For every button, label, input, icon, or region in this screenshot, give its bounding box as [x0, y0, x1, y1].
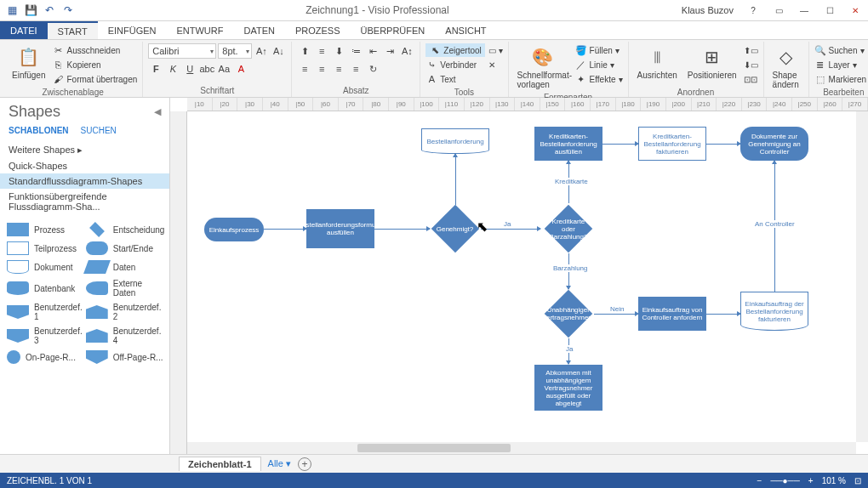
change-shape-button[interactable]: ◇Shape ändern: [769, 43, 803, 91]
stencil-terminator[interactable]: Start/Ende: [86, 241, 165, 255]
node-ccfill[interactable]: Kreditkarten-Bestellanforderung ausfülle…: [534, 127, 602, 161]
stencil-process[interactable]: Prozess: [7, 223, 83, 236]
send-back-icon[interactable]: ⬇▭: [744, 58, 758, 71]
line-button[interactable]: ／Linie ▾: [575, 58, 623, 71]
align-middle-icon[interactable]: ≡: [314, 43, 329, 59]
page-tab-1[interactable]: Zeichenblatt-1: [179, 457, 261, 471]
search-tab[interactable]: SUCHEN: [81, 126, 117, 135]
align-button[interactable]: ⫴Ausrichten: [634, 43, 681, 82]
bullets-icon[interactable]: ≔: [348, 43, 363, 59]
more-shapes-item[interactable]: Weitere Shapes ▸: [0, 142, 169, 158]
delete-connector-icon[interactable]: ✕: [488, 58, 503, 71]
stencil-custom4[interactable]: Benutzerdef. 4: [86, 326, 165, 345]
node-agreement[interactable]: Abkommen mit unabhängigem Vertragsnehmer…: [534, 365, 602, 411]
standard-flowchart-item[interactable]: Standardflussdiagramm-Shapes: [0, 173, 169, 189]
node-ccinvoice[interactable]: Kreditkarten-Bestellanforderung fakturie…: [638, 127, 706, 161]
rectangle-tool-icon[interactable]: ▭ ▾: [488, 43, 503, 57]
redo-icon[interactable]: ↷: [61, 3, 75, 17]
tab-start[interactable]: START: [48, 21, 98, 39]
italic-button[interactable]: K: [165, 61, 180, 77]
rotate-icon[interactable]: ↻: [365, 61, 380, 77]
node-reqctrl[interactable]: Einkaufsauftrag von Controller anfordern: [638, 297, 706, 331]
vertical-scrollbar[interactable]: [856, 111, 868, 442]
tab-view[interactable]: ANSICHT: [435, 21, 496, 39]
stencil-data[interactable]: Daten: [86, 260, 165, 274]
node-indep[interactable]: Unabhängiger Vertragsnehmer?: [545, 290, 593, 338]
maximize-icon[interactable]: ☐: [817, 0, 842, 21]
minimize-icon[interactable]: —: [791, 0, 817, 21]
stencil-database[interactable]: Datenbank: [7, 279, 83, 298]
node-cardorcash[interactable]: Kreditkarte oder Barzahlung?: [545, 205, 593, 253]
bring-front-icon[interactable]: ⬆▭: [744, 43, 758, 57]
add-page-button[interactable]: +: [298, 457, 311, 471]
effects-button[interactable]: ✦Effekte ▾: [575, 72, 623, 86]
underline-button[interactable]: U: [182, 61, 197, 77]
help-icon[interactable]: ?: [740, 0, 766, 21]
shrink-font-icon[interactable]: A↓: [271, 43, 286, 59]
superscript-button[interactable]: Aa: [216, 61, 231, 77]
grow-font-icon[interactable]: A↑: [254, 43, 269, 59]
align-center-icon[interactable]: ≡: [314, 61, 329, 77]
stencils-tab[interactable]: SCHABLONEN: [9, 126, 69, 135]
ribbon-display-icon[interactable]: ▭: [766, 0, 791, 21]
text-tool-button[interactable]: AText: [425, 72, 484, 86]
strikethrough-button[interactable]: abc: [199, 61, 214, 77]
stencil-custom2[interactable]: Benutzerdef. 2: [86, 303, 165, 321]
align-bottom-icon[interactable]: ⬇: [331, 43, 346, 59]
paste-button[interactable]: 📋 Einfügen: [9, 43, 49, 82]
tab-file[interactable]: DATEI: [0, 21, 48, 39]
copy-button[interactable]: ⎘Kopieren: [52, 58, 137, 71]
stencil-offpage-ref[interactable]: Off-Page-R...: [86, 350, 165, 364]
page-all-button[interactable]: Alle ▾: [268, 458, 291, 469]
node-start[interactable]: Einkaufsprozess: [204, 218, 264, 241]
align-right-icon[interactable]: ≡: [331, 61, 346, 77]
sort-icon[interactable]: A↕: [399, 43, 414, 59]
indent-inc-icon[interactable]: ⇥: [382, 43, 397, 59]
quick-shapes-item[interactable]: Quick-Shapes: [0, 158, 169, 173]
stencil-external-data[interactable]: Externe Daten: [86, 279, 165, 298]
user-name[interactable]: Klaus Buzov: [675, 5, 740, 15]
fill-button[interactable]: 🪣Füllen ▾: [575, 43, 623, 57]
collapse-icon[interactable]: ◀: [154, 106, 161, 117]
fit-page-icon[interactable]: ⊡: [854, 476, 861, 485]
group-icon[interactable]: ⊡⊡: [744, 72, 758, 86]
font-size-combo[interactable]: 8pt.: [218, 43, 252, 59]
position-button[interactable]: ⊞Positionieren: [684, 43, 740, 82]
find-button[interactable]: 🔍Suchen ▾: [814, 43, 868, 57]
bold-button[interactable]: F: [148, 61, 163, 77]
justify-icon[interactable]: ≡: [348, 61, 363, 77]
zoom-slider[interactable]: ──●──: [770, 476, 799, 485]
stencil-onpage-ref[interactable]: On-Page-R...: [7, 350, 83, 364]
indent-dec-icon[interactable]: ⇤: [365, 43, 380, 59]
align-top-icon[interactable]: ⬆: [297, 43, 312, 59]
stencil-decision[interactable]: Entscheidung: [86, 223, 165, 236]
tab-review[interactable]: ÜBERPRÜFEN: [351, 21, 436, 39]
cross-functional-item[interactable]: Funktionsübergreifende Flussdiagramm-Sha…: [0, 189, 169, 214]
horizontal-scrollbar[interactable]: [187, 442, 856, 454]
zoom-in-icon[interactable]: +: [808, 476, 814, 485]
font-color-button[interactable]: A: [233, 61, 248, 77]
tab-design[interactable]: ENTWURF: [166, 21, 233, 39]
undo-icon[interactable]: ↶: [43, 3, 56, 17]
node-approved[interactable]: Genehmigt?: [431, 205, 480, 253]
scrollbar-thumb[interactable]: [357, 444, 511, 452]
cut-button[interactable]: ✂Ausschneiden: [52, 43, 137, 57]
stencil-custom3[interactable]: Benutzerdef. 3: [7, 326, 83, 345]
quick-styles-button[interactable]: 🎨 Schnellformat-vorlagen: [514, 43, 572, 91]
tab-process[interactable]: PROZESS: [285, 21, 351, 39]
format-painter-button[interactable]: 🖌Format übertragen: [52, 72, 137, 86]
align-left-icon[interactable]: ≡: [297, 61, 312, 77]
close-icon[interactable]: ✕: [842, 0, 868, 21]
node-fillform[interactable]: Bestellanforderungsformular ausfüllen: [306, 209, 374, 248]
save-icon[interactable]: 💾: [24, 3, 37, 17]
tab-insert[interactable]: EINFÜGEN: [98, 21, 167, 39]
stencil-custom1[interactable]: Benutzerdef. 1: [7, 303, 83, 321]
drawing-canvas[interactable]: Einkaufsprozess Bestellanforderungsformu…: [187, 111, 856, 454]
node-invoicereq[interactable]: Einkaufsauftrag der Bestellanforderung f…: [740, 292, 808, 331]
tab-data[interactable]: DATEN: [233, 21, 284, 39]
node-docs[interactable]: Dokumente zur Genehmigung an Controller: [740, 127, 808, 161]
pointer-tool-button[interactable]: ⬉Zeigertool: [425, 43, 484, 57]
font-name-combo[interactable]: Calibri: [148, 43, 216, 59]
stencil-subprocess[interactable]: Teilprozess: [7, 241, 83, 255]
zoom-out-icon[interactable]: −: [757, 476, 762, 485]
